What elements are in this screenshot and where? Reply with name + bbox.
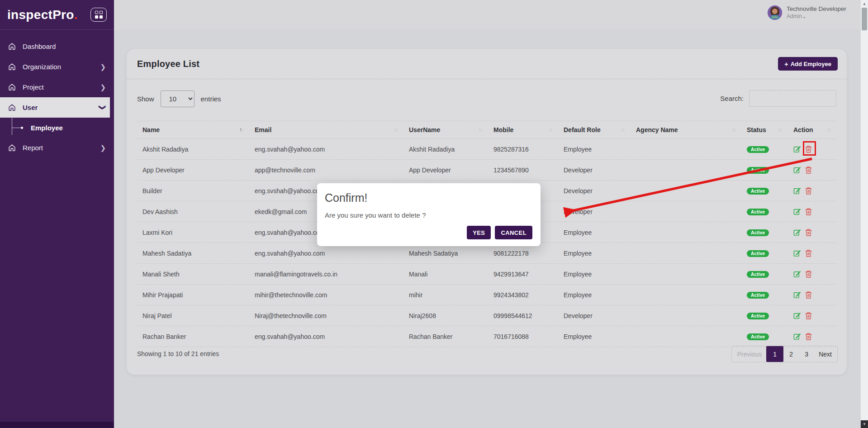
edit-icon[interactable] <box>793 187 801 195</box>
column-header-email[interactable]: Email↑↓ <box>249 121 403 138</box>
edit-icon[interactable] <box>793 166 801 174</box>
user-name: Technoville Developer <box>787 5 846 13</box>
trash-icon[interactable] <box>805 166 813 174</box>
show-label: Show <box>137 95 154 103</box>
page-size-select[interactable]: 10 <box>161 90 194 107</box>
trash-icon[interactable] <box>805 249 813 257</box>
user-menu[interactable]: Technoville Developer Admin⌄ <box>768 5 846 20</box>
search-input[interactable] <box>749 90 836 107</box>
edit-icon[interactable] <box>793 145 801 153</box>
cell-role: Developer <box>558 166 631 174</box>
column-header-action[interactable]: Action↑↓ <box>788 121 836 138</box>
edit-icon[interactable] <box>793 249 801 257</box>
trash-icon[interactable] <box>805 208 813 215</box>
edit-icon[interactable] <box>793 208 801 215</box>
column-header-status[interactable]: Status↑↓ <box>741 121 788 138</box>
scroll-up-icon[interactable]: ▲ <box>861 0 868 8</box>
sidebar-subitem-employee[interactable]: Employee <box>0 118 114 138</box>
modal-message: Are you sure you want to delete ? <box>325 211 532 219</box>
sort-icon: ↑↓ <box>731 127 735 133</box>
home-icon <box>8 83 16 91</box>
entries-label: entries <box>201 95 221 103</box>
trash-icon[interactable] <box>805 312 813 319</box>
trash-icon[interactable] <box>805 187 813 195</box>
yes-button[interactable]: YES <box>467 226 491 239</box>
cancel-button[interactable]: CANCEL <box>495 226 532 239</box>
sort-icon: ↑↓ <box>478 127 482 133</box>
cell-role: Employee <box>558 146 631 153</box>
status-badge: Active <box>747 188 769 195</box>
logo-dot: . <box>74 8 78 22</box>
trash-icon[interactable] <box>805 145 813 153</box>
sort-icon: ↑↓ <box>548 127 552 133</box>
cell-role: Employee <box>558 229 631 236</box>
sidebar-item-organization[interactable]: Organization❯ <box>0 57 114 77</box>
entries-summary: Showing 1 to 10 of 21 entries <box>137 350 219 357</box>
cell-name: Dev Aashish <box>137 208 249 215</box>
edit-icon[interactable] <box>793 291 801 299</box>
search-label: Search: <box>720 95 744 102</box>
grid-icon[interactable] <box>90 8 107 22</box>
sidebar-item-dashboard[interactable]: Dashboard <box>0 36 114 57</box>
page-button-next[interactable]: Next <box>814 346 836 362</box>
sort-icon: ↑↓ <box>394 127 397 133</box>
add-employee-button[interactable]: + Add Employee <box>778 57 838 71</box>
cell-role: Developer <box>558 208 631 215</box>
column-header-mobile[interactable]: Mobile↑↓ <box>488 121 558 138</box>
column-header-name[interactable]: Name↑↓ <box>137 121 249 138</box>
cell-mobile: 9081222178 <box>488 250 558 257</box>
page-button-previous[interactable]: Previous <box>733 346 766 362</box>
scroll-down-icon[interactable]: ▼ <box>861 420 868 428</box>
edit-icon[interactable] <box>793 312 801 319</box>
cell-mobile: 09998544612 <box>488 312 558 319</box>
sidebar-item-user[interactable]: User❯ <box>0 97 114 118</box>
cell-username: App Developer <box>403 166 488 174</box>
cell-name: Mihir Prajapati <box>137 291 249 299</box>
page-button-1[interactable]: 1 <box>766 346 783 362</box>
cell-email: eng.svahah@yahoo.com <box>249 333 403 340</box>
cell-status: Active <box>741 208 788 215</box>
cell-email: Niraj@thetechnoville.com <box>249 312 403 319</box>
home-icon <box>8 63 16 71</box>
column-header-agency-name[interactable]: Agency Name↑↓ <box>631 121 741 138</box>
cell-email: app@technoville.com <box>249 166 403 174</box>
trash-icon[interactable] <box>805 333 813 340</box>
cell-name: Akshit Radadiya <box>137 146 249 153</box>
sort-icon: ↑↓ <box>621 127 624 133</box>
edit-icon[interactable] <box>793 333 801 340</box>
chevron-right-icon: ❯ <box>100 63 106 70</box>
table-row: Mihir Prajapatimihir@thetechnoville.comm… <box>137 285 836 305</box>
sidebar-item-project[interactable]: Project❯ <box>0 77 114 97</box>
cell-action <box>788 249 836 257</box>
column-header-username[interactable]: UserName↑↓ <box>403 121 488 138</box>
edit-icon[interactable] <box>793 270 801 278</box>
vertical-scrollbar[interactable]: ▲ ▼ <box>861 0 868 428</box>
table-row: App Developerapp@technoville.comApp Deve… <box>137 160 836 181</box>
page-button-2[interactable]: 2 <box>783 346 799 362</box>
status-badge: Active <box>747 271 769 278</box>
sort-icon: ↑↓ <box>239 127 243 133</box>
edit-icon[interactable] <box>793 228 801 236</box>
sidebar: inspectPro. DashboardOrganization❯Projec… <box>0 0 114 428</box>
cell-status: Active <box>741 312 788 319</box>
cell-status: Active <box>741 228 788 236</box>
cell-username: Akshit Radadiya <box>403 146 488 153</box>
trash-icon[interactable] <box>805 270 813 278</box>
chevron-down-icon: ❯ <box>100 105 106 110</box>
page-button-3[interactable]: 3 <box>799 346 814 362</box>
sidebar-item-report[interactable]: Report❯ <box>0 138 114 158</box>
trash-icon[interactable] <box>805 228 813 236</box>
status-badge: Active <box>747 292 769 299</box>
scrollbar-thumb[interactable] <box>862 8 867 30</box>
user-role-dropdown[interactable]: Admin⌄ <box>787 13 846 20</box>
table-header-row: Name↑↓Email↑↓UserName↑↓Mobile↑↓Default R… <box>137 121 836 139</box>
trash-icon[interactable] <box>805 291 813 299</box>
column-header-default-role[interactable]: Default Role↑↓ <box>558 121 631 138</box>
sidebar-bottom-strip <box>0 422 114 428</box>
cell-username: Rachan Banker <box>403 333 488 340</box>
cell-role: Developer <box>558 312 631 319</box>
cell-action <box>788 145 836 153</box>
logo-text-main: inspectPro <box>7 8 74 22</box>
cell-action <box>788 312 836 319</box>
status-badge: Active <box>747 209 769 215</box>
